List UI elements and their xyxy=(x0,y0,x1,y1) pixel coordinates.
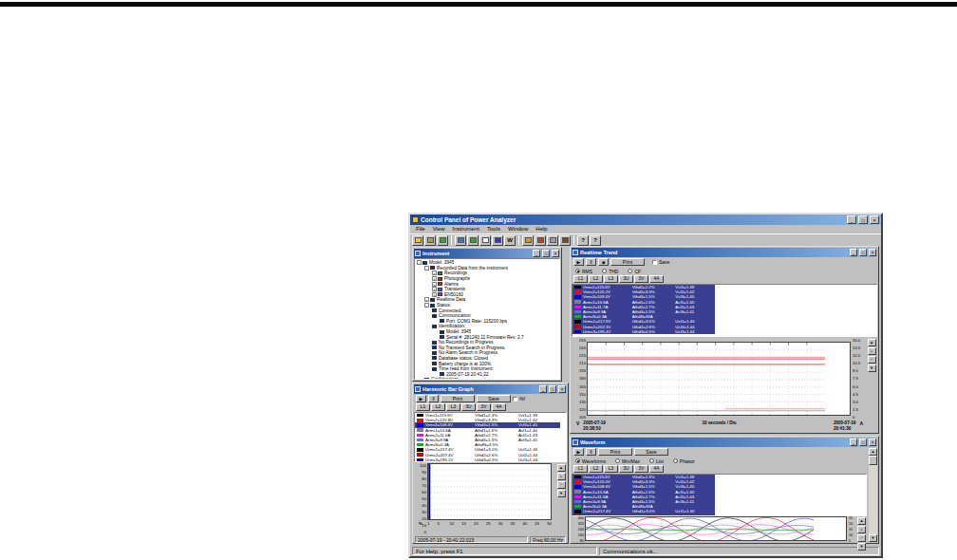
help-icon[interactable]: ? xyxy=(577,235,589,246)
expand-icon[interactable]: + xyxy=(432,271,437,275)
scroll-down-button[interactable]: ▼ xyxy=(869,534,877,542)
minimize-button[interactable]: _ xyxy=(533,250,540,257)
minimize-button[interactable]: _ xyxy=(850,249,857,256)
menu-window[interactable]: Window xyxy=(504,225,532,233)
tab-l2[interactable]: L2 xyxy=(589,275,603,283)
maximize-button[interactable]: □ xyxy=(549,385,556,393)
scrollbar-track[interactable] xyxy=(869,456,877,534)
scrollbar-thumb[interactable] xyxy=(869,456,877,465)
download-recorded-data-icon[interactable] xyxy=(437,235,448,246)
tab-l2[interactable]: L2 xyxy=(431,403,445,411)
play-button[interactable]: ▶ xyxy=(573,258,584,266)
menu-help[interactable]: Help xyxy=(532,225,551,233)
tab-4a[interactable]: 4A xyxy=(649,465,664,473)
tab-l1[interactable]: L1 xyxy=(573,275,588,283)
close-button[interactable]: × xyxy=(552,250,559,257)
print-button[interactable]: Print xyxy=(441,395,475,402)
tab-4a[interactable]: 4A xyxy=(649,275,664,283)
play-button[interactable]: ▶ xyxy=(416,395,426,402)
expand-icon[interactable]: + xyxy=(432,287,437,291)
tab-3u[interactable]: 3U xyxy=(619,275,633,283)
scroll-up-button[interactable]: ▲ xyxy=(869,448,877,456)
radio-rms[interactable]: RMS xyxy=(575,269,592,274)
tab-l3[interactable]: L3 xyxy=(604,275,618,283)
pause-button[interactable]: ‖ xyxy=(586,258,596,266)
menu-tools[interactable]: Tools xyxy=(483,225,504,233)
print-button[interactable]: Print xyxy=(598,448,632,456)
maximize-button[interactable]: □ xyxy=(542,250,550,257)
tab-l2[interactable]: L2 xyxy=(589,465,603,473)
zoom-in-button[interactable]: + xyxy=(557,473,566,480)
minimize-button[interactable]: _ xyxy=(850,439,857,446)
minimize-button[interactable]: _ xyxy=(539,385,547,393)
expand-icon[interactable]: + xyxy=(424,297,429,302)
alarm-search-icon[interactable] xyxy=(535,235,546,246)
harmonic-bar-graph-icon[interactable] xyxy=(455,235,466,246)
tab-l3[interactable]: L3 xyxy=(446,403,460,411)
radio-thd[interactable]: THD xyxy=(602,269,618,274)
waveform-icon[interactable] xyxy=(492,235,503,246)
maximize-button[interactable]: □ xyxy=(859,439,867,446)
zoom-in-button[interactable]: + xyxy=(868,347,876,355)
menu-file[interactable]: File xyxy=(412,225,429,233)
tab-3v[interactable]: 3V xyxy=(477,403,491,411)
zoom-out-button[interactable]: − xyxy=(557,481,566,489)
play-button[interactable]: ▶ xyxy=(573,448,584,456)
menu-view[interactable]: View xyxy=(429,225,449,233)
close-button[interactable]: × xyxy=(558,385,566,393)
collapse-icon[interactable]: - xyxy=(424,303,429,308)
expand-icon[interactable]: + xyxy=(432,292,437,297)
zoom-out-button[interactable]: − xyxy=(857,534,866,542)
close-button[interactable]: × xyxy=(870,215,879,224)
radio-cf[interactable]: CF xyxy=(628,269,641,274)
maximize-button[interactable]: □ xyxy=(859,249,867,256)
close-button[interactable]: × xyxy=(869,249,876,256)
scroll-down-button[interactable]: ▼ xyxy=(857,543,866,551)
save-button[interactable]: Save xyxy=(634,448,668,456)
print-icon[interactable] xyxy=(547,235,558,246)
tab-l3[interactable]: L3 xyxy=(604,465,618,473)
disconnect-icon[interactable] xyxy=(424,235,436,246)
stop-button[interactable]: ■ xyxy=(598,258,609,266)
pause-button[interactable]: ‖ xyxy=(586,448,596,456)
close-button[interactable]: × xyxy=(869,439,876,446)
radio-min-max[interactable]: Min/Max xyxy=(615,458,640,464)
zoom-in-button[interactable]: + xyxy=(857,526,866,533)
tab-3u[interactable]: 3U xyxy=(619,465,633,473)
scroll-up-button[interactable]: ▲ xyxy=(557,464,566,472)
tree-item[interactable]: Configuration xyxy=(415,377,559,380)
connect-icon[interactable] xyxy=(412,235,423,246)
menu-instrument[interactable]: Instrument xyxy=(449,225,483,233)
maximize-button[interactable]: □ xyxy=(858,215,868,224)
transient-capture-icon[interactable] xyxy=(522,235,534,246)
scroll-up-button[interactable]: ▲ xyxy=(857,517,866,525)
tab-l1[interactable]: L1 xyxy=(416,403,430,411)
waveform-vertical-scrollbar[interactable]: ▲ ▼ xyxy=(869,448,877,542)
minimize-button[interactable]: _ xyxy=(847,215,856,224)
tab-l1[interactable]: L1 xyxy=(573,465,588,473)
radio-list[interactable]: List xyxy=(649,458,664,464)
percent-f-checkbox[interactable]: %f xyxy=(513,396,525,401)
tab-3v[interactable]: 3V xyxy=(634,275,648,283)
context-help-icon[interactable]: ? xyxy=(590,235,601,246)
save-button[interactable]: Save xyxy=(477,395,511,402)
radio-phasor[interactable]: Phasor xyxy=(673,458,695,464)
photograph-icon[interactable] xyxy=(559,235,571,246)
collapse-icon[interactable]: - xyxy=(424,266,429,271)
legend-row[interactable]: Urms3=195.4VUthd3=0.5%Ucf3=1.44 xyxy=(572,329,715,334)
save-checkbox[interactable]: Save xyxy=(652,259,669,265)
expand-icon[interactable]: + xyxy=(432,276,437,281)
blank-page-icon[interactable] xyxy=(479,235,491,246)
tab-4a[interactable]: 4A xyxy=(492,403,506,411)
expand-icon[interactable]: + xyxy=(432,282,437,287)
print-button[interactable]: Print xyxy=(610,258,645,266)
pause-button[interactable]: ‖ xyxy=(428,395,439,402)
scroll-down-button[interactable]: ▼ xyxy=(868,364,876,372)
scroll-up-button[interactable]: ▲ xyxy=(868,339,876,346)
tab-3v[interactable]: 3V xyxy=(634,465,648,473)
zoom-out-button[interactable]: − xyxy=(868,356,876,364)
scroll-down-button[interactable]: ▼ xyxy=(557,490,566,497)
radio-waveforms[interactable]: Waveforms xyxy=(575,458,606,464)
tab-3u[interactable]: 3U xyxy=(461,403,476,411)
realtime-trend-icon[interactable] xyxy=(467,235,478,246)
